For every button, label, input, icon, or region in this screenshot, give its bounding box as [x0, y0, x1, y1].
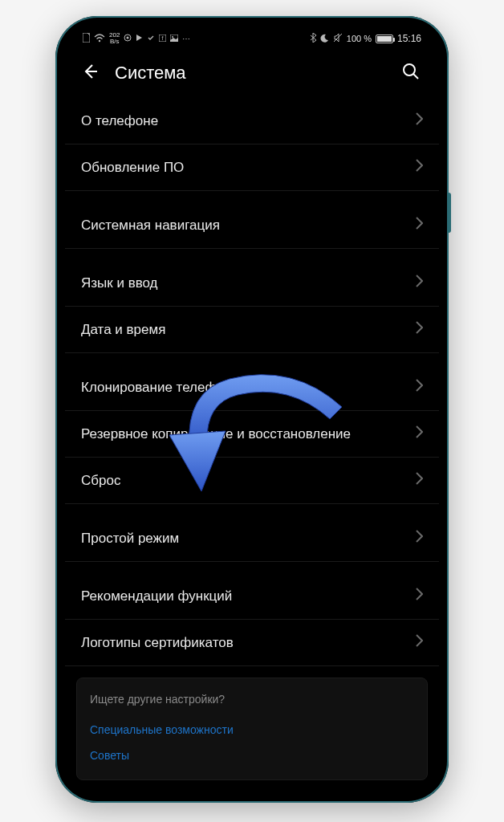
row-label: Сброс [81, 472, 416, 489]
battery-icon [376, 35, 393, 43]
row-language-input[interactable]: Язык и ввод [65, 260, 439, 307]
svg-point-3 [127, 37, 129, 39]
arrow-left-icon [81, 63, 99, 80]
status-right: 100 % 15:16 [310, 33, 421, 44]
search-button[interactable] [399, 59, 423, 87]
row-software-update[interactable]: Обновление ПО [65, 144, 439, 191]
row-label: Обновление ПО [81, 159, 416, 176]
row-system-navigation[interactable]: Системная навигация [65, 202, 439, 249]
row-about-phone[interactable]: О телефоне [65, 98, 439, 144]
row-phone-clone[interactable]: Клонирование телефона [65, 364, 439, 411]
app-status-icon: f [159, 35, 166, 43]
svg-text:f: f [162, 35, 164, 41]
back-button[interactable] [78, 59, 102, 87]
chevron-right-icon [416, 217, 423, 234]
group-gap [65, 353, 439, 364]
battery-text: 100 % [347, 34, 372, 43]
row-backup-restore[interactable]: Резервное копирование и восстановление [65, 411, 439, 458]
more-status-icon: ⋯ [182, 35, 191, 43]
settings-status-icon [147, 34, 155, 43]
row-feature-recommendations[interactable]: Рекомендации функций [65, 573, 439, 620]
network-speed: 202 B/s [109, 32, 120, 45]
chevron-right-icon [416, 588, 423, 604]
settings-list: О телефоне Обновление ПО Системная навиг… [65, 98, 439, 780]
speed-unit: B/s [110, 39, 120, 45]
row-date-time[interactable]: Дата и время [65, 307, 439, 353]
group-gap [65, 504, 439, 515]
chevron-right-icon [416, 425, 423, 442]
row-label: О телефоне [81, 112, 416, 129]
footer-card: Ищете другие настройки? Специальные возм… [76, 678, 428, 780]
group-gap [65, 562, 439, 573]
gallery-status-icon [170, 35, 178, 43]
row-label: Логотипы сертификатов [81, 634, 416, 651]
svg-point-1 [99, 39, 100, 41]
row-label: Резервное копирование и восстановление [81, 425, 416, 442]
notch [243, 26, 261, 43]
link-tips[interactable]: Советы [90, 743, 414, 768]
play-icon [136, 34, 143, 43]
row-reset[interactable]: Сброс [65, 458, 439, 504]
row-label: Рекомендации функций [81, 588, 416, 604]
screen: 202 B/s f ⋯ [65, 26, 439, 793]
location-icon [124, 34, 132, 43]
bluetooth-icon [310, 33, 316, 44]
wifi-icon [94, 34, 105, 44]
group-gap [65, 249, 439, 260]
chevron-right-icon [416, 112, 423, 129]
row-simple-mode[interactable]: Простой режим [65, 515, 439, 562]
chevron-right-icon [416, 472, 423, 489]
chevron-right-icon [416, 530, 423, 547]
search-icon [402, 63, 420, 80]
chevron-right-icon [416, 321, 423, 338]
link-accessibility[interactable]: Специальные возможности [90, 717, 414, 743]
row-label: Простой режим [81, 530, 416, 547]
group-gap [65, 191, 439, 202]
dnd-moon-icon [320, 34, 329, 44]
row-label: Язык и ввод [81, 275, 416, 291]
sim-icon [83, 33, 90, 44]
svg-point-10 [404, 64, 415, 75]
chevron-right-icon [416, 275, 423, 291]
row-label: Системная навигация [81, 217, 416, 234]
row-label: Дата и время [81, 321, 416, 338]
status-left: 202 B/s f ⋯ [83, 32, 191, 45]
page-title: Система [115, 63, 386, 83]
svg-marker-4 [136, 35, 142, 41]
clock: 15:16 [397, 33, 421, 44]
svg-point-8 [172, 36, 173, 38]
chevron-right-icon [416, 379, 423, 396]
row-label: Клонирование телефона [81, 379, 416, 396]
footer-hint: Ищете другие настройки? [90, 693, 414, 706]
chevron-right-icon [416, 634, 423, 651]
svg-line-11 [413, 74, 418, 79]
row-cert-logos[interactable]: Логотипы сертификатов [65, 620, 439, 666]
mute-icon [333, 33, 343, 44]
phone-frame: 202 B/s f ⋯ [55, 16, 449, 803]
header: Система [65, 48, 439, 98]
chevron-right-icon [416, 159, 423, 176]
phone-side-button [449, 193, 451, 233]
